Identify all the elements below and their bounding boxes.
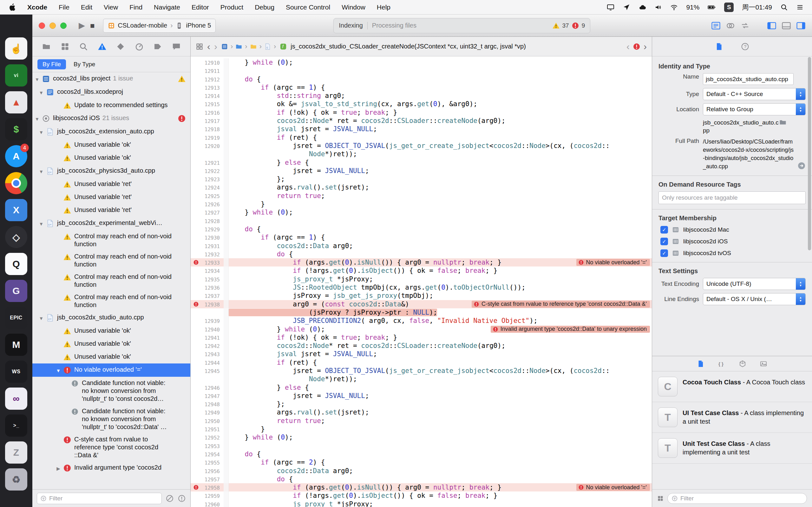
nav-item[interactable]: ▼cocos2d_libs.xcodeproj	[32, 86, 190, 99]
app-menu[interactable]: Xcode	[27, 3, 47, 11]
line-number-gutter[interactable]: 12910	[191, 58, 223, 66]
code-line[interactable]: 12956 cocos2d::Data arg0;	[191, 467, 652, 475]
code-text[interactable]: do {	[229, 225, 652, 233]
notification-icon[interactable]	[796, 3, 804, 11]
file-templates-tab[interactable]	[697, 360, 705, 368]
project-navigator-tab[interactable]	[42, 42, 51, 51]
issue-item[interactable]: Candidate function not viable: no known …	[32, 377, 190, 405]
code-text[interactable]: JSB_PRECONDITION2( arg0, cx, false, "Inv…	[229, 317, 652, 325]
line-error-icon[interactable]	[193, 260, 199, 265]
trash-icon[interactable]: ♻	[5, 468, 27, 491]
code-line[interactable]: 12930 if (argc == 1) {	[191, 233, 652, 241]
line-number-gutter[interactable]: 12921	[191, 158, 223, 167]
code-line[interactable]: 12941 if (!ok) { ok = true; break; }	[191, 333, 652, 342]
show-latest-issues-button[interactable]	[177, 494, 186, 503]
type-select[interactable]: Default - C++ Source ▲▼	[703, 88, 806, 100]
code-line[interactable]: 12951 }	[191, 425, 652, 433]
inline-error-banner[interactable]: C-style cast from rvalue to reference ty…	[472, 301, 650, 308]
line-number-gutter[interactable]: 12946	[191, 383, 223, 392]
toggle-navigator-button[interactable]	[767, 21, 776, 31]
disclosure-closed-icon[interactable]: ▶	[54, 464, 63, 472]
code-line[interactable]: 12926 }	[191, 200, 652, 208]
line-number-gutter[interactable]: 12917	[191, 117, 223, 125]
code-text[interactable]: };	[229, 400, 652, 408]
issue-item[interactable]: Control may reach end of non-void functi…	[32, 291, 190, 311]
scheme-selector[interactable]: CSLoader-mobile › iPhone 5	[103, 19, 216, 33]
library-view-icon[interactable]	[657, 495, 664, 502]
issue-item[interactable]: ▼No viable overloaded '='	[32, 363, 190, 377]
code-line[interactable]: 12955 if (argc == 2) {	[191, 458, 652, 466]
code-text[interactable]: if (!args.get(0).isObject()) { ok = fals…	[229, 267, 652, 275]
app-xcode-icon[interactable]: X	[5, 199, 27, 221]
line-number-gutter[interactable]: 12938	[191, 300, 223, 308]
code-line[interactable]: 12957 do {	[191, 475, 652, 483]
code-text[interactable]: } else {	[229, 383, 652, 392]
template-item[interactable]: CCocoa Touch Class - A Cocoa Touch class	[652, 372, 812, 402]
apple-menu-icon[interactable]	[8, 3, 16, 11]
volume-icon[interactable]	[654, 3, 662, 11]
disclosure-open-icon[interactable]: ▼	[37, 219, 46, 228]
code-text[interactable]: (jsProxy ? jsProxy->ptr : NULL);	[229, 308, 652, 317]
line-number-gutter[interactable]: 12939	[191, 317, 223, 325]
app-store-icon[interactable]: A4	[5, 145, 27, 167]
run-button[interactable]: ▶	[79, 20, 85, 31]
disclosure-open-icon[interactable]: ▼	[32, 74, 42, 83]
app-terminal-icon[interactable]: $	[5, 118, 27, 140]
menu-source-control[interactable]: Source Control	[286, 3, 330, 11]
close-window-button[interactable]	[39, 22, 45, 29]
line-number-gutter[interactable]: 12926	[191, 200, 223, 208]
code-line[interactable]: 12938 arg0 = (const cocos2d::Data&)C-sty…	[191, 300, 652, 308]
app-webstorm-icon[interactable]: WS	[5, 360, 27, 383]
file-inspector-tab[interactable]	[715, 43, 723, 51]
nav-item[interactable]: ▼libjscocos2d iOS21 issues	[32, 112, 190, 125]
code-text[interactable]: Node*)ret));	[229, 150, 652, 158]
code-text[interactable]: jsval jsret = JSVAL_NULL;	[229, 125, 652, 133]
source-editor[interactable]: 12910 } while (0);1291112912 do {12913 i…	[191, 56, 652, 507]
line-number-gutter[interactable]: 12928	[191, 217, 223, 225]
code-text[interactable]: do {	[229, 450, 652, 458]
code-line[interactable]: 12948 };	[191, 400, 652, 408]
issue-item[interactable]: Unused variable 'ok'	[32, 325, 190, 337]
code-line[interactable]: 12925 return true;	[191, 192, 652, 200]
code-text[interactable]: }	[229, 425, 652, 433]
code-line[interactable]: 12935 js_proxy_t *jsProxy;	[191, 275, 652, 283]
app-visual-studio-icon[interactable]: ∞	[5, 388, 27, 410]
code-line[interactable]: 12939 JSB_PRECONDITION2( arg0, cx, false…	[191, 317, 652, 325]
line-number-gutter[interactable]: 12923	[191, 175, 223, 183]
code-text[interactable]: js_proxy_t *jsProxy;	[229, 275, 652, 283]
display-icon[interactable]	[607, 3, 614, 11]
code-line[interactable]: Node*)ret));	[191, 150, 652, 158]
line-number-gutter[interactable]	[191, 308, 223, 317]
issue-item[interactable]: Control may reach end of non-void functi…	[32, 230, 190, 250]
code-text[interactable]	[229, 217, 652, 225]
code-text[interactable]: jsret = JSVAL_NULL;	[229, 392, 652, 400]
issue-item[interactable]: Unused variable 'ret'	[32, 178, 190, 191]
code-line[interactable]: 12931 cocos2d::Data arg0;	[191, 242, 652, 250]
disclosure-open-icon[interactable]: ▼	[37, 127, 46, 136]
code-snippets-tab[interactable]: { }	[718, 360, 725, 368]
code-text[interactable]: js_proxy_t *jsProxy;	[229, 500, 652, 507]
stop-button[interactable]: ■	[90, 21, 95, 30]
code-text[interactable]: cocos2d::Data arg0;	[229, 242, 652, 250]
code-text[interactable]: jsret = OBJECT_TO_JSVAL(js_get_or_create…	[229, 142, 652, 150]
inspector-scrollbar[interactable]	[808, 57, 811, 250]
line-number-gutter[interactable]: 12931	[191, 242, 223, 250]
nav-item[interactable]: ▼c+jsb_cocos2dx_experimental_webVi…	[32, 217, 190, 230]
code-line[interactable]: 12913 if (argc == 1) {	[191, 83, 652, 92]
code-text[interactable]: Node*)ret));	[229, 375, 652, 383]
issue-item[interactable]: Unused variable 'ok'	[32, 152, 190, 164]
code-line[interactable]: 12933 if (args.get(0).isNull()) { arg0 =…	[191, 258, 652, 267]
issue-item[interactable]: Update to recommended settings	[32, 99, 190, 112]
quick-help-tab[interactable]: ?	[741, 43, 749, 51]
line-number-gutter[interactable]: 12957	[191, 475, 223, 483]
line-number-gutter[interactable]: 12948	[191, 400, 223, 408]
issue-item[interactable]: Unused variable 'ret'	[32, 204, 190, 217]
code-line[interactable]: 12910 } while (0);	[191, 58, 652, 66]
line-number-gutter[interactable]: 12950	[191, 417, 223, 425]
menu-window[interactable]: Window	[342, 3, 365, 11]
test-navigator-tab[interactable]	[116, 42, 125, 51]
disclosure-open-icon[interactable]: ▼	[54, 366, 63, 375]
issue-item[interactable]: Candidate function not viable: no known …	[32, 405, 190, 433]
error-count[interactable]: 9	[582, 22, 585, 29]
line-number-gutter[interactable]: 12951	[191, 425, 223, 433]
